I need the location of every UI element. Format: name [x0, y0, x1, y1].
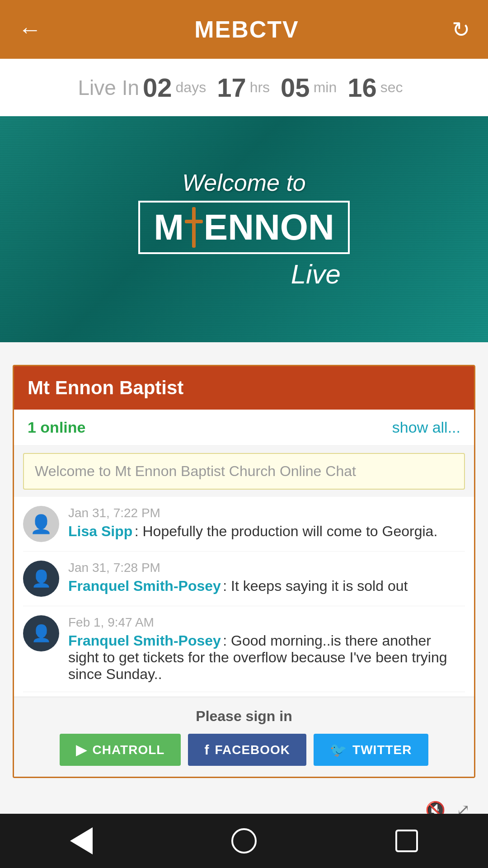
nav-home-button[interactable] [230, 827, 258, 854]
message-text: : Hopefully the production will come to … [135, 523, 438, 539]
chat-section-title: Mt Ennon Baptist [28, 377, 183, 398]
avatar: 👤 [23, 561, 59, 597]
countdown-min-number: 05 [281, 72, 310, 103]
chat-message: 👤 Jan 31, 7:28 PM Franquel Smith-Posey :… [23, 552, 465, 606]
show-all-link[interactable]: show all... [392, 419, 460, 436]
message-text: : It keeps saying it is sold out [223, 578, 408, 594]
chat-input-placeholder: Welcome to Mt Ennon Baptist Church Onlin… [35, 463, 356, 479]
countdown-days-unit: days [176, 79, 206, 96]
countdown-hrs-unit: hrs [250, 79, 270, 96]
chat-message: 👤 Jan 31, 7:22 PM Lisa Sipp : Hopefully … [23, 497, 465, 552]
chat-online-bar: 1 online show all... [14, 410, 474, 446]
logo-ennon: ENNON [204, 209, 334, 245]
page-title: MEBCTV [194, 16, 299, 43]
countdown-bar: Live In 02 days 17 hrs 05 min 16 sec [0, 59, 488, 116]
twitter-button[interactable]: 🐦 TWITTER [314, 734, 428, 766]
message-content: Feb 1, 9:47 AM Franquel Smith-Posey : Go… [68, 615, 465, 683]
logo-box: M ENNON [138, 201, 350, 254]
twitter-label: TWITTER [352, 743, 412, 757]
chat-input-box[interactable]: Welcome to Mt Ennon Baptist Church Onlin… [23, 453, 465, 490]
video-container[interactable]: Welcome to M ENNON Live [0, 116, 488, 342]
message-author: Lisa Sipp [68, 523, 132, 539]
nav-back-button[interactable] [68, 827, 95, 854]
avatar-default-icon: 👤 [30, 514, 52, 535]
countdown-label: Live In [78, 75, 140, 100]
refresh-button[interactable]: ↻ [452, 17, 470, 42]
video-logo: Welcome to M ENNON Live [138, 169, 350, 290]
message-content: Jan 31, 7:22 PM Lisa Sipp : Hopefully th… [68, 506, 465, 542]
countdown-sec-number: 16 [347, 72, 377, 103]
recents-square-icon [395, 830, 418, 852]
live-text: Live [138, 259, 350, 290]
back-triangle-icon [70, 827, 93, 854]
countdown-hrs-number: 17 [217, 72, 246, 103]
nav-bar [0, 814, 488, 868]
message-timestamp: Feb 1, 9:47 AM [68, 615, 465, 630]
logo-m: M [154, 209, 184, 245]
sign-in-bar: Please sign in ▶ CHATROLL f FACEBOOK 🐦 T… [14, 697, 474, 777]
logo-cross-icon [185, 207, 203, 248]
chatroll-button[interactable]: ▶ CHATROLL [60, 734, 181, 766]
message-timestamp: Jan 31, 7:28 PM [68, 561, 465, 575]
video-overlay: Welcome to M ENNON Live [0, 116, 488, 342]
countdown-min-unit: min [314, 79, 337, 96]
back-button[interactable]: ← [18, 16, 42, 43]
chat-header: Mt Ennon Baptist [14, 366, 474, 410]
twitter-icon: 🐦 [330, 742, 347, 758]
sign-in-label: Please sign in [25, 708, 463, 725]
countdown-days-number: 02 [143, 72, 172, 103]
welcome-text: Welcome to [138, 169, 350, 196]
message-author: Franquel Smith-Posey [68, 632, 221, 649]
message-content: Jan 31, 7:28 PM Franquel Smith-Posey : I… [68, 561, 465, 597]
app-header: ← MEBCTV ↻ [0, 0, 488, 59]
facebook-label: FACEBOOK [215, 743, 290, 757]
sign-in-buttons: ▶ CHATROLL f FACEBOOK 🐦 TWITTER [25, 734, 463, 766]
home-circle-icon [231, 828, 257, 854]
avatar: 👤 [23, 506, 59, 542]
facebook-button[interactable]: f FACEBOOK [188, 734, 306, 766]
avatar: 👤 [23, 615, 59, 651]
nav-recents-button[interactable] [393, 827, 420, 854]
chat-messages: 👤 Jan 31, 7:22 PM Lisa Sipp : Hopefully … [14, 497, 474, 697]
message-timestamp: Jan 31, 7:22 PM [68, 506, 465, 520]
chat-section: Mt Ennon Baptist 1 online show all... We… [13, 365, 475, 778]
chat-message: 👤 Feb 1, 9:47 AM Franquel Smith-Posey : … [23, 606, 465, 692]
message-author: Franquel Smith-Posey [68, 578, 221, 594]
chatroll-label: CHATROLL [92, 743, 164, 757]
facebook-icon: f [204, 742, 209, 758]
countdown-sec-unit: sec [380, 79, 403, 96]
online-count: 1 online [28, 419, 85, 436]
chatroll-icon: ▶ [76, 742, 87, 758]
